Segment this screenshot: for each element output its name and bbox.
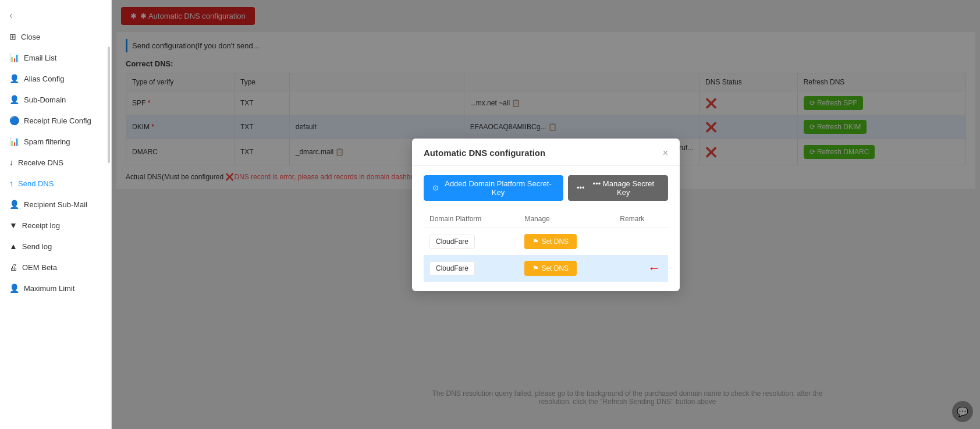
sidebar-item-sub-domain[interactable]: 👤 Sub-Domain: [0, 89, 111, 110]
sidebar-item-email-list[interactable]: 📊 Email List: [0, 47, 111, 68]
sidebar-item-oem-beta[interactable]: 🖨 OEM Beta: [0, 257, 111, 278]
limit-icon: 👤: [9, 283, 19, 293]
modal-body: ⊙ Added Domain Platform Secret-Key ••• •…: [412, 166, 680, 291]
set-dns-button-1[interactable]: ⚑ Set DNS: [524, 234, 577, 249]
modal-cell-remark-1: [614, 228, 668, 255]
modal-table-row: CloudFare ⚑ Set DNS ←: [424, 255, 668, 282]
modal-table-row: CloudFare ⚑ Set DNS: [424, 228, 668, 255]
modal-col-platform: Domain Platform: [424, 210, 519, 228]
sidebar-item-send-log[interactable]: ▲ Send log: [0, 236, 111, 257]
modal-tabs: ⊙ Added Domain Platform Secret-Key ••• •…: [424, 175, 668, 201]
bar-chart-icon: 📊: [9, 53, 19, 62]
chevron-down-icon: ▼: [9, 221, 17, 230]
user2-icon: 👤: [9, 95, 19, 104]
filter-icon: 📊: [9, 137, 19, 146]
sidebar-item-alias-config[interactable]: 👤 Alias Config: [0, 68, 111, 89]
modal-col-manage: Manage: [519, 210, 614, 228]
cloudfare-badge-1: CloudFare: [429, 235, 475, 249]
sidebar-item-receipt-rule-config[interactable]: 🔵 Receipt Rule Config: [0, 110, 111, 131]
dots-icon: •••: [577, 183, 585, 192]
flag-icon-1: ⚑: [532, 237, 539, 246]
chevron-up-icon: ▲: [9, 242, 17, 251]
sub-mail-icon: 👤: [9, 200, 19, 209]
sidebar-item-recipient-sub-mail[interactable]: 👤 Recipient Sub-Mail: [0, 194, 111, 215]
modal-dialog: Automatic DNS configuration × ⊙ Added Do…: [412, 139, 680, 291]
down-arrow-icon: ↓: [9, 158, 13, 167]
modal-close-button[interactable]: ×: [663, 148, 668, 158]
sidebar-scrollbar[interactable]: [108, 47, 110, 163]
modal-header: Automatic DNS configuration ×: [412, 139, 680, 166]
modal-cell-manage-2: ⚑ Set DNS ←: [519, 255, 614, 282]
modal-title: Automatic DNS configuration: [424, 148, 545, 158]
sidebar-back-arrow[interactable]: ‹: [0, 5, 111, 26]
up-arrow-icon: ↑: [9, 179, 13, 188]
red-arrow-indicator: ←: [648, 261, 661, 276]
sidebar-item-send-dns[interactable]: ↑ Send DNS: [0, 173, 111, 194]
cloudfare-badge-2: CloudFare: [429, 261, 475, 275]
modal-overlay: Automatic DNS configuration × ⊙ Added Do…: [112, 0, 980, 429]
tab-manage-secret-key[interactable]: ••• ••• Manage Secret Key: [568, 175, 668, 201]
sidebar-item-maximum-limit[interactable]: 👤 Maximum Limit: [0, 278, 111, 299]
sidebar-item-close[interactable]: ⊞ Close: [0, 26, 111, 47]
sidebar: ‹ ⊞ Close 📊 Email List 👤 Alias Config 👤 …: [0, 0, 112, 429]
modal-cell-manage-1: ⚑ Set DNS: [519, 228, 614, 255]
sidebar-item-receive-dns[interactable]: ↓ Receive DNS: [0, 152, 111, 173]
sidebar-item-spam-filtering[interactable]: 📊 Spam filtering: [0, 131, 111, 152]
main-content: ✱ ✱ Automatic DNS configuration Send con…: [112, 0, 980, 429]
modal-cell-platform-1: CloudFare: [424, 228, 519, 255]
tab-added-domain-secret-key[interactable]: ⊙ Added Domain Platform Secret-Key: [424, 175, 563, 201]
modal-cell-platform-2: CloudFare: [424, 255, 519, 282]
close-icon: ⊞: [9, 32, 16, 41]
circle-plus-icon: ⊙: [432, 183, 439, 192]
flag-icon-2: ⚑: [532, 264, 539, 272]
user-icon: 👤: [9, 74, 19, 83]
modal-table: Domain Platform Manage Remark CloudFare: [424, 210, 668, 282]
set-dns-button-2[interactable]: ⚑ Set DNS: [524, 261, 577, 276]
modal-col-remark: Remark: [614, 210, 668, 228]
sidebar-item-receipt-log[interactable]: ▼ Receipt log: [0, 215, 111, 236]
circle-icon: 🔵: [9, 116, 19, 125]
print-icon: 🖨: [9, 263, 17, 272]
